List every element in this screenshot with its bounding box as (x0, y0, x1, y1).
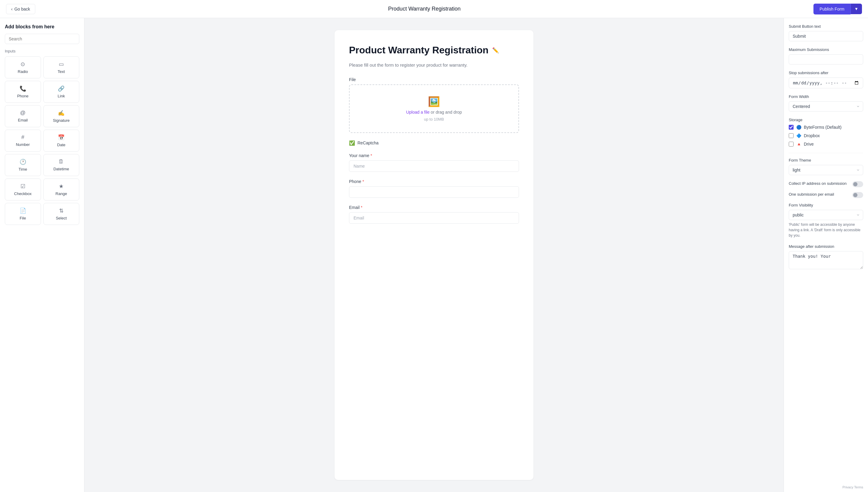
field-your-name-input[interactable] (349, 161, 519, 172)
file-upload-icon: 🖼️ (428, 96, 440, 107)
max-submissions-label: Maximum Submissions (789, 47, 863, 52)
block-item-checkbox[interactable]: ☑Checkbox (5, 178, 41, 200)
left-sidebar: Add blocks from here Inputs ⊙Radio▭Text📞… (0, 18, 84, 492)
required-star: * (361, 205, 362, 210)
arrow-left-icon: ‹ (11, 7, 12, 11)
message-after-group: Message after submission (789, 244, 863, 270)
block-item-range[interactable]: ★Range (43, 178, 80, 200)
date-label: Date (57, 143, 66, 147)
block-item-radio[interactable]: ⊙Radio (5, 56, 41, 78)
stop-submissions-input[interactable] (789, 77, 863, 88)
datetime-label: Datetime (53, 167, 69, 171)
select-label: Select (56, 216, 67, 220)
email-icon: @ (20, 110, 26, 116)
storage-logo-drive: 🔺 (796, 141, 801, 147)
checkbox-icon: ☑ (21, 183, 25, 190)
form-theme-select[interactable]: lightdark (789, 165, 863, 175)
file-field-label: File (349, 77, 519, 82)
one-submission-toggle[interactable] (852, 192, 863, 198)
field-email: Email* (349, 205, 519, 224)
checkbox-label: Checkbox (14, 192, 32, 196)
email-label: Email (18, 118, 28, 122)
chevron-down-icon: ▼ (854, 7, 858, 11)
link-label: Link (57, 94, 65, 98)
block-item-time[interactable]: 🕐Time (5, 154, 41, 176)
storage-label-byteforms: ByteForms (Default) (804, 125, 841, 130)
one-submission-row: One submission per email (789, 192, 863, 198)
divider-1 (789, 153, 863, 153)
phone-label: Phone (17, 94, 29, 98)
file-upload-area[interactable]: 🖼️ Upload a file or drag and drop up to … (349, 84, 519, 133)
signature-label: Signature (53, 118, 70, 123)
go-back-button[interactable]: ‹ Go back (6, 4, 35, 14)
form-theme-label: Form Theme (789, 158, 863, 163)
form-width-label: Form Width (789, 94, 863, 99)
block-item-datetime[interactable]: 🗓Datetime (43, 154, 80, 176)
block-item-phone[interactable]: 📞Phone (5, 81, 41, 103)
stop-submissions-label: Stop submissions after (789, 71, 863, 75)
publish-dropdown-button[interactable]: ▼ (850, 4, 862, 14)
submit-button-text-group: Submit Button text (789, 24, 863, 41)
number-label: Number (16, 142, 30, 147)
recaptcha-row: ✅ ReCaptcha (349, 140, 519, 146)
storage-check-drive[interactable] (789, 142, 794, 147)
field-phone: Phone* (349, 179, 519, 198)
submit-button-text-label: Submit Button text (789, 24, 863, 29)
form-visibility-label: Form Visibility (789, 203, 863, 207)
block-item-text[interactable]: ▭Text (43, 56, 80, 78)
visibility-note: 'Public' form will be accessible by anyo… (789, 222, 863, 238)
search-input[interactable] (5, 34, 79, 44)
recaptcha-label: ReCaptcha (357, 141, 379, 145)
form-title-row: Product Warranty Registration ✏️ (349, 45, 519, 56)
message-after-textarea[interactable] (789, 251, 863, 269)
signature-icon: ✍ (58, 110, 65, 116)
text-icon: ▭ (59, 61, 64, 68)
storage-item-dropbox: 🔷 Dropbox (789, 133, 863, 139)
storage-group: Storage 🔵 ByteForms (Default) 🔷 Dropbox … (789, 118, 863, 147)
center-area: Product Warranty Registration ✏️ Please … (84, 18, 784, 492)
upload-or-drag: or drag and drop (430, 110, 462, 115)
block-item-select[interactable]: ⇅Select (43, 203, 80, 225)
one-submission-label: One submission per email (789, 192, 852, 197)
field-email-label: Email* (349, 205, 519, 210)
storage-label-dropbox: Dropbox (804, 133, 820, 138)
block-item-link[interactable]: 🔗Link (43, 81, 80, 103)
file-icon: 📄 (20, 207, 26, 214)
file-limit-text: up to 10MB (424, 117, 444, 122)
privacy-terms-text: Privacy Terms (842, 485, 863, 489)
page-title: Product Warranty Registration (388, 6, 461, 12)
collect-ip-toggle[interactable] (852, 181, 863, 187)
edit-title-icon[interactable]: ✏️ (492, 47, 499, 54)
form-visibility-select[interactable]: publicprivatedraft (789, 210, 863, 220)
storage-item-byteforms: 🔵 ByteForms (Default) (789, 124, 863, 130)
field-phone-input[interactable] (349, 186, 519, 198)
privacy-link[interactable]: Privacy (842, 485, 853, 489)
publish-form-button[interactable]: Publish Form (813, 4, 850, 15)
storage-check-byteforms[interactable] (789, 125, 794, 130)
block-item-file[interactable]: 📄File (5, 203, 41, 225)
time-icon: 🕐 (20, 158, 26, 165)
block-item-date[interactable]: 📅Date (43, 130, 80, 152)
radio-label: Radio (18, 69, 28, 74)
file-field: File 🖼️ Upload a file or drag and drop u… (349, 77, 519, 133)
go-back-label: Go back (15, 7, 30, 11)
blocks-grid: ⊙Radio▭Text📞Phone🔗Link@Email✍Signature#N… (5, 56, 79, 225)
form-title: Product Warranty Registration (349, 45, 489, 56)
required-star: * (371, 153, 372, 158)
text-label: Text (57, 69, 65, 74)
storage-check-dropbox[interactable] (789, 133, 794, 138)
file-upload-text: Upload a file or drag and drop (406, 110, 462, 115)
collect-ip-row: Collect IP address on submission (789, 181, 863, 187)
stop-submissions-group: Stop submissions after (789, 71, 863, 88)
field-email-input[interactable] (349, 212, 519, 224)
form-card: Product Warranty Registration ✏️ Please … (335, 30, 533, 480)
block-item-email[interactable]: @Email (5, 105, 41, 127)
upload-link[interactable]: Upload a file (406, 110, 430, 115)
block-item-signature[interactable]: ✍Signature (43, 105, 80, 127)
collect-ip-slider (852, 181, 863, 187)
form-width-select[interactable]: CenteredFull Width (789, 101, 863, 112)
submit-button-text-input[interactable] (789, 31, 863, 41)
block-item-number[interactable]: #Number (5, 130, 41, 152)
terms-link[interactable]: Terms (854, 485, 863, 489)
max-submissions-input[interactable] (789, 54, 863, 65)
